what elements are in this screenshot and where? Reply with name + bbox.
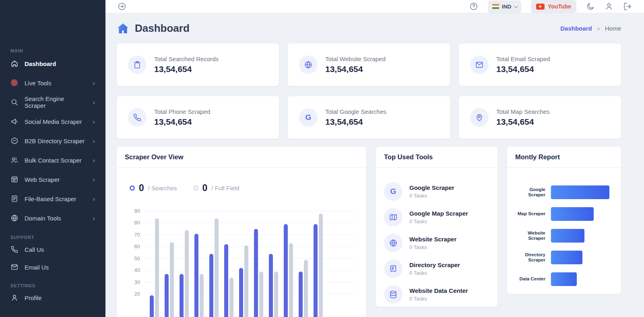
user-icon[interactable] [605,2,613,11]
main-column: IND YouTube [105,0,644,317]
monthly-bar [551,229,584,243]
topbar-actions: IND YouTube [469,0,632,13]
sidebar-item-domain-tools[interactable]: Domain Tools› [0,208,105,228]
monthly-bar [551,207,594,221]
person-icon [10,294,19,302]
bar-searches [194,234,198,317]
stat-value: 13,54,654 [325,64,386,74]
youtube-button[interactable]: YouTube [531,0,576,13]
bar-group [224,244,233,317]
legend-label: / Searches [148,185,177,191]
stat-value: 13,54,654 [496,117,550,127]
legend-item[interactable]: 0/ Searches [130,183,177,193]
sidebar-logo-area [0,0,105,41]
tool-item-directory-scraper[interactable]: Directory Scraper0 Tasks [384,259,489,278]
tool-item-google-map-scraper[interactable]: Google Map Scraper0 Tasks [384,208,489,226]
sidebar-item-label: Email Us [25,264,49,271]
sidebar-item-dashboard[interactable]: Dashboard [0,54,105,73]
tool-item-website-scraper[interactable]: Website Scraper0 Tasks [384,234,489,252]
stat-value: 13,54,654 [496,64,550,74]
stat-label: Total Website Scraped [325,56,386,62]
legend-label: / Full Field [211,185,239,191]
overview-bar-chart: 2030405060708090 [126,211,357,317]
chevron-right-icon: › [93,157,95,164]
monthly-category-label: Directory Scraper [512,252,551,263]
sidebar-item-web-scraper[interactable]: Web Scraper› [0,170,105,189]
stat-card-total-phone-scraped: Total Phone Scraped13,54,654 [117,96,279,139]
sidebar-item-b2b-directory-scraper[interactable]: B2B Directory Scraper› [0,131,105,150]
bar-full-field [155,218,159,317]
bar-group [165,242,174,317]
bar-group [299,260,308,317]
breadcrumb-current[interactable]: Dashboard [560,25,592,32]
monthly-panel-title: Montly Report [515,153,560,161]
sidebar-item-live-tools[interactable]: Live Tools› [0,73,105,93]
bar-searches [284,224,288,317]
bar-full-field [259,272,263,317]
bar-group [254,229,263,317]
bar-group [269,254,278,317]
monthly-bar-area [551,207,614,221]
stat-label: Total Email Scraped [496,56,550,62]
tool-task-count: 0 Tasks [409,296,468,302]
y-axis-tick-label: 40 [126,267,140,273]
sidebar-item-search-engine-scraper[interactable]: Search Engine Scraper› [0,93,105,112]
map-icon [384,208,402,226]
page-content: Dashboard Dashboard » Home Total Searche… [105,13,644,317]
chevron-down-icon [514,4,518,8]
y-axis-tick-label: 20 [126,291,140,297]
circle-icon [10,79,19,87]
mail-icon [470,56,489,74]
monthly-category-label: Map Scraper [512,211,551,216]
hexagon-icon [10,137,19,145]
language-selector[interactable]: IND [488,0,521,13]
topbar: IND YouTube [105,0,644,13]
sidebar-item-bulk-contact-scraper[interactable]: Bulk Contact Scraper› [0,150,105,170]
bar-full-field [274,272,278,317]
sidebar-item-file-based-scraper[interactable]: File-Based Scraper› [0,189,105,208]
chevron-right-icon: › [93,99,95,106]
stat-card-total-website-scraped: Total Website Scraped13,54,654 [288,43,450,86]
file-icon [10,195,19,203]
sidebar-item-profile[interactable]: Profile [0,289,105,307]
kiosk-icon [384,259,402,278]
users-icon [10,156,19,164]
monthly-category-label: Data Center [512,276,551,282]
bar-full-field [319,214,323,317]
y-axis-tick-label: 90 [126,208,140,214]
logout-icon[interactable] [623,2,632,11]
stat-value: 13,54,654 [325,117,386,127]
help-icon[interactable] [469,2,478,11]
sidebar-item-label: Profile [25,294,42,301]
bar-group [180,230,189,317]
legend-dot-icon [130,185,135,191]
sidebar-item-call-us[interactable]: Call Us [0,241,105,258]
stat-value: 13,54,654 [154,64,219,74]
sidebar-item-label: Bulk Contact Scraper [25,157,82,164]
tool-name: Website Scraper [409,236,456,243]
stat-card-total-searched-records: Total Searched Records13,54,654 [117,43,279,86]
breadcrumb: Dashboard » Home [560,25,621,32]
tools-panel-header: Top Used Tools [376,147,497,168]
sidebar-item-label: Web Scraper [25,176,60,183]
tool-item-website-data-center[interactable]: Website Data Center0 Tasks [384,285,489,304]
sidebar-item-social-media-scraper[interactable]: Social Media Scraper› [0,112,105,131]
bar-group [194,234,204,317]
dark-mode-toggle[interactable] [586,2,595,11]
language-label: IND [502,4,511,10]
breadcrumb-parent[interactable]: Home [605,25,621,32]
legend-item[interactable]: 0/ Full Field [193,183,239,193]
browser-icon [10,175,19,183]
monthly-bar-area [551,185,614,199]
sidebar-toggle-button[interactable] [118,2,126,11]
stat-card-total-email-scraped: Total Email Scraped13,54,654 [459,43,621,86]
bar-searches [165,274,169,317]
stats-grid: Total Searched Records13,54,654Total Web… [117,43,621,139]
stat-label: Total Phone Scraped [154,108,210,115]
bar-searches [224,244,228,317]
sidebar-item-email-us[interactable]: Email Us [0,258,105,276]
tool-task-count: 0 Tasks [409,244,456,250]
globe-icon [299,56,318,74]
tool-item-google-scraper[interactable]: GGoogle Scraper0 Tasks [384,182,489,201]
sidebar-section-label: SETTINGS [0,283,105,288]
